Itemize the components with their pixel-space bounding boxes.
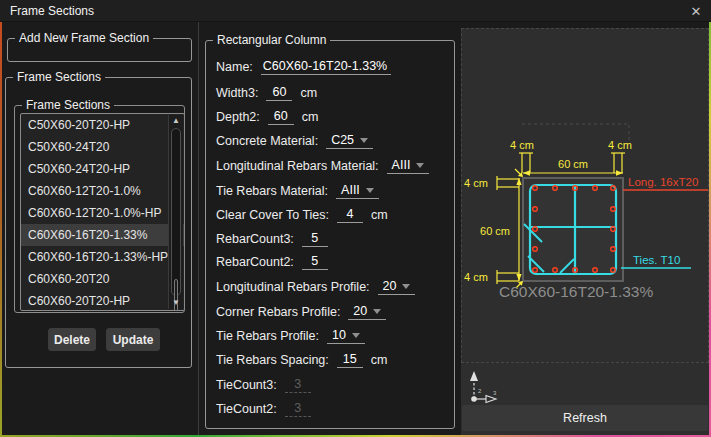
list-items: C50X60-20T20-HPC50X60-24T20C50X60-24T20-… [21,114,184,311]
input-width3[interactable]: 60 [266,85,292,101]
delete-button[interactable]: Delete [48,328,96,351]
field-label-longitudinal-rebars-profile: Longitudinal Rebars Profile: [216,280,370,294]
new-section-input[interactable] [12,42,187,58]
field-label-longitudinal-rebars-material: Longitudinal Rebars Material: [216,159,379,173]
dim-side-top-label: 4 cm [464,177,488,189]
dropdown-longitudinal-rebars-profile[interactable]: 20 [378,279,416,295]
axes-icon: 2 3 [466,369,500,405]
field-label-tiecount3: TieCount3: [216,378,277,392]
field-label-tiecount2: TieCount2: [216,402,277,416]
chevron-down-icon[interactable] [402,284,410,289]
chevron-down-icon[interactable] [360,138,368,143]
chevron-down-icon[interactable] [366,188,374,193]
input-tiecount3: 3 [285,377,311,393]
dropdown-tie-rebars-material[interactable]: AIII [336,183,379,199]
field-value: 4 [347,207,354,221]
field-value: 3 [294,401,301,415]
update-button[interactable]: Update [106,328,160,351]
field-unit: cm [302,110,319,124]
left-panel: Add New Frame Section Frame Sections Fra… [2,22,199,435]
field-value: 10 [332,328,346,342]
frame-sections-inner-label: Frame Sections [22,98,114,113]
rectangular-column-label: Rectangular Column [213,33,330,48]
field-row-tie-rebars-material: Tie Rebars Material:AIII [216,182,448,200]
field-value: 20 [383,279,397,293]
field-label-width3: Width3: [216,86,258,100]
input-name[interactable]: C60X60-16T20-1.33% [261,59,391,75]
field-value: 60 [272,85,286,99]
field-row-longitudinal-rebars-profile: Longitudinal Rebars Profile:20 [216,278,448,296]
list-item[interactable]: C50X60-24T20 [21,136,184,158]
title-bar: Frame Sections ✕ [0,0,711,22]
chevron-down-icon[interactable] [352,333,360,338]
list-item[interactable]: C50X60-20T20-HP [21,114,184,136]
input-rebarcount2[interactable]: 5 [302,254,328,270]
dim-side-bottom-label: 4 cm [464,271,488,283]
list-item[interactable]: C60X60-20T20 [21,268,184,290]
field-value: C60X60-16T20-1.33% [263,59,387,73]
field-value: C25 [331,133,354,147]
dropdown-longitudinal-rebars-material[interactable]: AIII [387,158,430,174]
field-label-tie-rebars-spacing: Tie Rebars Spacing: [216,353,329,367]
list-item[interactable]: C60X60-16T20-1.33%-HP [21,246,184,268]
column-section-drawing: 4 cm 4 cm 60 cm 4 cm 60 cm 4 cm Long. 16… [462,29,708,362]
field-row-clear-cover-to-ties: Clear Cover To Ties:4cm [216,206,448,224]
field-row-tiecount3: TieCount3:3 [216,376,448,394]
window-title: Frame Sections [10,4,94,18]
axis-vertical-label: 2 [478,388,482,394]
field-label-clear-cover-to-ties: Clear Cover To Ties: [216,208,329,222]
input-tie-rebars-spacing[interactable]: 15 [337,352,363,368]
dropdown-tie-rebars-profile[interactable]: 10 [327,328,365,344]
field-label-name: Name: [216,60,253,74]
field-label-corner-rebars-profile: Corner Rebars Profile: [216,305,340,319]
close-icon[interactable]: ✕ [688,3,704,19]
section-name-text: C60X60-16T20-1.33% [499,283,653,300]
frame-sections-list[interactable]: C50X60-20T20-HPC50X60-24T20C50X60-24T20-… [20,113,185,311]
input-depth2[interactable]: 60 [268,109,294,125]
chevron-down-icon[interactable] [373,309,381,314]
field-value: AIII [341,183,360,197]
scrollbar-track[interactable] [171,128,181,296]
field-label-tie-rebars-profile: Tie Rebars Profile: [216,329,319,343]
field-row-rebarcount2: RebarCount2:5 [216,253,448,271]
input-tiecount2: 3 [285,401,311,417]
dropdown-corner-rebars-profile[interactable]: 20 [348,304,386,320]
field-label-depth2: Depth2: [216,110,260,124]
field-row-tie-rebars-spacing: Tie Rebars Spacing:15cm [216,351,448,369]
field-row-rebarcount3: RebarCount3:5 [216,230,448,248]
field-value: 15 [343,352,357,366]
list-item[interactable]: C60X60-16T20-1.33% [21,224,184,246]
scroll-down-icon[interactable]: ▼ [169,297,183,309]
refresh-button[interactable]: Refresh [462,405,708,431]
field-value: 60 [274,109,288,123]
field-value: 5 [311,231,318,245]
dialog-body: Add New Frame Section Frame Sections Fra… [2,22,709,435]
field-row-tie-rebars-profile: Tie Rebars Profile:10 [216,327,448,345]
field-unit: cm [371,208,388,222]
field-label-concrete-material: Concrete Material: [216,134,318,148]
dim-width-label: 60 cm [558,158,588,170]
field-label-tie-rebars-material: Tie Rebars Material: [216,184,328,198]
list-item[interactable]: C50X60-24T20-HP [21,158,184,180]
chevron-down-icon[interactable] [416,163,424,168]
ties-label: Ties. T10 [633,254,680,266]
list-scrollbar[interactable]: ▲ ▼ [168,115,183,309]
dim-side-label: 60 cm [480,225,510,237]
dropdown-concrete-material[interactable]: C25 [326,133,373,149]
field-value: AIII [392,158,411,172]
properties-panel: Rectangular Column Name:C60X60-16T20-1.3… [199,22,459,435]
list-item[interactable]: C60X60-12T20-1.0%-HP [21,202,184,224]
list-item[interactable]: C60X60-20T20-HP [21,290,184,311]
list-item[interactable]: C60X60-12T20-1.0% [21,180,184,202]
field-row-corner-rebars-profile: Corner Rebars Profile:20 [216,303,448,321]
frame-sections-window: Frame Sections ✕ Add New Frame Section F… [0,0,711,437]
field-row-name: Name:C60X60-16T20-1.33% [216,58,448,76]
scroll-up-icon[interactable]: ▲ [169,115,183,127]
field-label-rebarcount2: RebarCount2: [216,255,294,269]
preview-canvas[interactable]: 4 cm 4 cm 60 cm 4 cm 60 cm 4 cm Long. 16… [461,28,709,363]
frame-sections-outer-label: Frame Sections [13,70,105,85]
field-value: 3 [294,377,301,391]
input-clear-cover-to-ties[interactable]: 4 [337,207,363,223]
field-unit: cm [300,86,317,100]
input-rebarcount3[interactable]: 5 [302,231,328,247]
